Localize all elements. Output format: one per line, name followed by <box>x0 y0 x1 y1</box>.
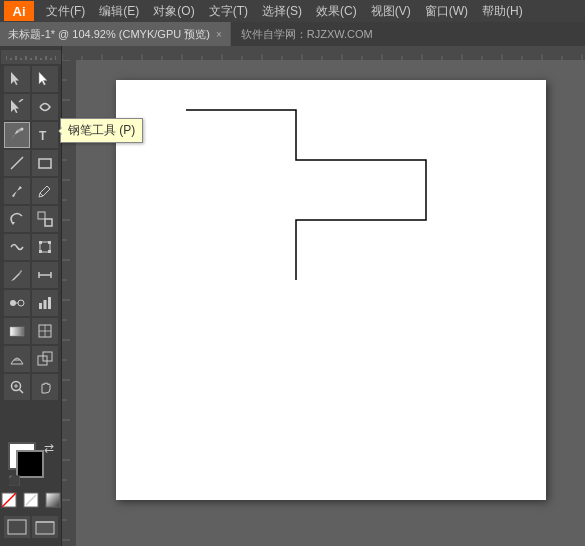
svg-rect-22 <box>45 219 52 226</box>
rect-tool-button[interactable] <box>32 150 58 176</box>
ruler-marks-icon <box>6 52 56 62</box>
shape-builder-button[interactable] <box>32 346 58 372</box>
selection-tool-icon <box>9 71 25 87</box>
reset-colors-button[interactable]: ⬛ <box>8 475 20 486</box>
pen-tool-icon <box>9 127 25 143</box>
menu-view[interactable]: 视图(V) <box>365 1 417 22</box>
screen-mode-button[interactable] <box>32 516 58 538</box>
menu-file[interactable]: 文件(F) <box>40 1 91 22</box>
menu-effect[interactable]: 效果(C) <box>310 1 363 22</box>
pencil-icon <box>37 183 53 199</box>
paintbrush-button[interactable] <box>4 178 30 204</box>
active-tab[interactable]: 未标题-1* @ 104.92% (CMYK/GPU 预览) × <box>0 22 231 46</box>
toolbar: T <box>0 46 62 546</box>
tab-close-button[interactable]: × <box>216 29 222 40</box>
rotate-tool-button[interactable] <box>4 206 30 232</box>
menu-select[interactable]: 选择(S) <box>256 1 308 22</box>
free-transform-button[interactable] <box>32 234 58 260</box>
tool-row-2 <box>2 94 60 120</box>
rect-tool-icon <box>37 155 53 171</box>
hand-icon <box>37 379 53 395</box>
svg-rect-25 <box>48 241 51 244</box>
toolbar-ruler <box>1 50 61 64</box>
direct-selection-tool-button[interactable] <box>32 66 58 92</box>
type-tool-icon: T <box>37 127 53 143</box>
svg-rect-35 <box>43 300 46 309</box>
none-swatch-button[interactable] <box>0 491 18 509</box>
svg-rect-21 <box>38 212 45 219</box>
direct-selection-tool-icon <box>37 71 53 87</box>
svg-text:T: T <box>39 129 47 143</box>
mesh-icon <box>37 323 53 339</box>
svg-point-15 <box>20 128 23 131</box>
chart-button[interactable] <box>32 290 58 316</box>
eyedropper-icon <box>9 267 25 283</box>
fill-swatch[interactable] <box>16 450 44 478</box>
gradient-swatch-button[interactable] <box>44 491 62 509</box>
menu-window[interactable]: 窗口(W) <box>419 1 474 22</box>
menu-help[interactable]: 帮助(H) <box>476 1 529 22</box>
magic-wand-icon <box>9 99 25 115</box>
lasso-button[interactable] <box>32 94 58 120</box>
zoom-icon <box>9 379 25 395</box>
color-area: ⇄ ⬛ <box>0 442 62 540</box>
selection-tool-button[interactable] <box>4 66 30 92</box>
tool-row-6 <box>2 206 60 232</box>
tool-row-8 <box>2 262 60 288</box>
magic-wand-button[interactable] <box>4 94 30 120</box>
tool-row-4 <box>2 150 60 176</box>
line-tool-icon <box>9 155 25 171</box>
measure-button[interactable] <box>32 262 58 288</box>
svg-rect-26 <box>39 250 42 253</box>
zoom-button[interactable] <box>4 374 30 400</box>
tool-row-10 <box>2 318 60 344</box>
blend-button[interactable] <box>4 290 30 316</box>
menu-bar: Ai 文件(F) 编辑(E) 对象(O) 文字(T) 选择(S) 效果(C) 视… <box>0 0 585 22</box>
svg-rect-52 <box>46 493 60 507</box>
shape-builder-icon <box>37 351 53 367</box>
warp-tool-button[interactable] <box>4 234 30 260</box>
artboard <box>116 80 546 500</box>
blend-icon <box>9 295 25 311</box>
gradient-icon <box>9 323 25 339</box>
svg-line-19 <box>40 193 43 196</box>
svg-rect-36 <box>48 297 51 309</box>
tool-row-3: T <box>2 122 60 148</box>
pen-tool-tooltip: 钢笔工具 (P) <box>60 118 143 143</box>
live-paint-button[interactable] <box>4 346 30 372</box>
tab-bar: 未标题-1* @ 104.92% (CMYK/GPU 预览) × 软件自学网：R… <box>0 22 585 46</box>
canvas-background <box>76 60 585 546</box>
menu-text[interactable]: 文字(T) <box>203 1 254 22</box>
tool-row-5 <box>2 178 60 204</box>
screen-mode-icon <box>35 519 55 535</box>
svg-marker-11 <box>11 72 19 85</box>
menu-object[interactable]: 对象(O) <box>147 1 200 22</box>
swap-colors-button[interactable]: ⇄ <box>44 442 54 454</box>
mesh-button[interactable] <box>32 318 58 344</box>
pencil-button[interactable] <box>32 178 58 204</box>
gradient-button[interactable] <box>4 318 30 344</box>
white-swatch-button[interactable] <box>22 491 40 509</box>
eyedropper-button[interactable] <box>4 262 30 288</box>
hand-button[interactable] <box>32 374 58 400</box>
svg-rect-54 <box>36 522 54 534</box>
screen-mode-normal-button[interactable] <box>4 516 30 538</box>
paintbrush-icon <box>9 183 25 199</box>
svg-rect-27 <box>48 250 51 253</box>
scale-tool-button[interactable] <box>32 206 58 232</box>
measure-icon <box>37 267 53 283</box>
view-mode-area <box>4 516 58 538</box>
svg-marker-13 <box>11 100 19 113</box>
ai-logo: Ai <box>4 1 34 21</box>
tool-row-9 <box>2 290 60 316</box>
line-tool-button[interactable] <box>4 150 30 176</box>
gradient-swatch-icon <box>45 492 61 508</box>
svg-rect-24 <box>39 241 42 244</box>
tool-row-11 <box>2 346 60 372</box>
chart-icon <box>37 295 53 311</box>
pen-tool-button[interactable] <box>4 122 30 148</box>
svg-rect-56 <box>62 46 585 60</box>
menu-edit[interactable]: 编辑(E) <box>93 1 145 22</box>
path-drawing <box>116 80 546 500</box>
tab-extra-info: 软件自学网：RJZXW.COM <box>231 27 383 42</box>
